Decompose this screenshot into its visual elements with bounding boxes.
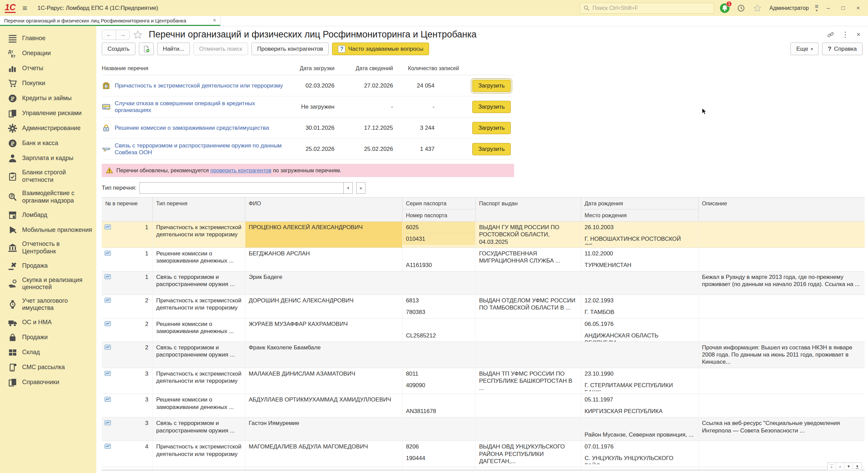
sidebar-item-handcoin[interactable]: Скупка и реализация ценностей (0, 273, 96, 294)
cell-type[interactable]: Связь с терроризмом и распространением о… (153, 417, 245, 441)
combo-dropdown-icon[interactable]: ▾ (343, 183, 353, 193)
record-row[interactable]: 3Решение комиссии о замораживании денежн… (102, 394, 865, 417)
cell-description[interactable] (699, 368, 865, 394)
cell-description[interactable]: Прочая информация: Вышел из состава НКЗН… (699, 342, 865, 368)
main-menu-icon[interactable]: ≡ (20, 4, 29, 12)
sidebar-item-chart[interactable]: Отчеты (0, 61, 96, 76)
cell-passport[interactable] (403, 342, 476, 368)
cell-type[interactable]: Связь с терроризмом и распространением о… (153, 271, 245, 295)
cell-birth[interactable]: 07.01.1976С. УНЦУКУЛЬ УНЦУКУЛЬСКОГО РАЙО… (581, 441, 699, 467)
cell-passport[interactable] (403, 271, 476, 295)
record-row[interactable]: 1Причастность к экстремистской деятельно… (102, 222, 865, 248)
load-button[interactable]: Загрузить (472, 80, 511, 92)
cell-issued[interactable]: ВЫДАН ТП УФМС РОССИИ ПО РЕСПУБЛИКЕ БАШКО… (476, 368, 581, 394)
tab-perechni[interactable]: Перечни организаций и физических лиц Рос… (0, 16, 220, 26)
lists-row[interactable]: Связь с терроризмом и распространением о… (102, 139, 514, 160)
cell-issued[interactable] (476, 467, 581, 470)
maximize-button[interactable]: □ (838, 5, 848, 12)
cancel-search-button[interactable]: Отменить поиск (193, 43, 248, 55)
sidebar-item-dtkt[interactable]: Операции (0, 46, 96, 61)
cell-issued[interactable]: ГОСУДАРСТВЕННАЯ МИГРАЦИОННАЯ СЛУЖБА ... (476, 248, 581, 271)
cell-fio[interactable]: ЖУРАЕВ МУЗАФФАР КАХРАМОВИЧ (245, 318, 403, 342)
cell-issued[interactable] (476, 318, 581, 342)
sidebar-item-cart[interactable]: Покупки (0, 76, 96, 91)
cell-num[interactable]: 3 (102, 417, 153, 441)
faq-button[interactable]: ? Часто задаваемые вопросы (332, 43, 429, 55)
record-row[interactable]: 2Связь с терроризмом и распространением … (102, 342, 865, 368)
load-button[interactable]: Загрузить (472, 143, 511, 155)
cell-type[interactable]: Решение комиссии о замораживании денежны… (153, 248, 245, 271)
cell-issued[interactable]: ВЫДАН ОТДЕЛОМ УФМС РОССИИ ПО ТАМБОВСКОЙ … (476, 295, 581, 318)
list-type-input[interactable] (140, 183, 343, 193)
scroll-down-button[interactable]: ▼ (845, 463, 853, 470)
link-icon[interactable] (827, 31, 834, 38)
cell-type[interactable]: Причастность к экстремистской деятельнос… (153, 222, 245, 248)
cell-passport[interactable]: AN3811678 (403, 394, 476, 417)
cell-num[interactable]: 4 (102, 467, 153, 470)
cell-num[interactable]: 2 (102, 342, 153, 368)
cell-passport[interactable] (403, 467, 476, 470)
filter-clear-button[interactable]: × (356, 182, 365, 194)
sidebar-item-gavel[interactable]: Продажа (0, 258, 96, 273)
tab-close-icon[interactable]: × (213, 17, 216, 23)
list-name-link[interactable]: Случаи отказа в совершении операций в кр… (115, 100, 285, 114)
scroll-to-top-button[interactable]: ▲ (828, 463, 836, 470)
cell-passport[interactable] (403, 417, 476, 441)
record-row[interactable]: 2Причастность к экстремистской деятельно… (102, 295, 865, 318)
cell-birth[interactable] (581, 271, 699, 295)
sidebar-item-bank[interactable]: Отчетность в Центробанк (0, 237, 96, 258)
cell-issued[interactable] (476, 417, 581, 441)
cell-birth[interactable]: Район Мусанзе, Северная провинция, ... (581, 417, 699, 441)
record-row[interactable]: 3Причастность к экстремистской деятельно… (102, 368, 865, 394)
search-input[interactable] (592, 5, 710, 11)
cell-birth[interactable]: 23.10.1990Г. СТЕРЛИТАМАК РЕСПУБЛИКИ БАШК… (581, 368, 699, 394)
list-type-combobox[interactable]: ▾ (139, 182, 353, 194)
sidebar-item-store[interactable]: Ломбард (0, 207, 96, 222)
cell-type[interactable]: Связь с терроризмом и распространением о… (153, 342, 245, 368)
cell-birth[interactable]: 11.02.2000ТУРКМЕНИСТАН (581, 248, 699, 271)
cell-passport[interactable]: 8206190444 (403, 441, 476, 467)
cell-description[interactable] (699, 222, 865, 248)
scroll-up-button[interactable]: ▲ (836, 463, 845, 470)
cell-fio[interactable]: Франк Каколепе Бвамбале (245, 342, 403, 368)
cell-issued[interactable]: ВЫДАН ГУ МВД РОССИИ ПО РОСТОВСКОЙ ОБЛАСТ… (476, 222, 581, 248)
cell-fio[interactable]: МИРВАЛИЕВ МУХАММАД МУРОДМАМАДОВИЧ (245, 467, 403, 470)
cell-fio[interactable]: АБДУЛЛАЕВ ОРТИКМУХАММАД ХАМИДУЛЛОЕВИЧ (245, 394, 403, 417)
sidebar-item-books[interactable]: Справочники (0, 375, 96, 390)
sidebar-item-grid[interactable]: Склад (0, 345, 96, 360)
cell-description[interactable]: Бежал в Руанду в марте 2013 года, где по… (699, 271, 865, 295)
cell-description[interactable] (699, 318, 865, 342)
cell-num[interactable]: 1 (102, 248, 153, 271)
sidebar-item-menu[interactable]: Главное (0, 31, 96, 46)
cell-fio[interactable]: БЕГДЖАНОВ АРСЛАН (245, 248, 403, 271)
cell-issued[interactable] (476, 394, 581, 417)
cell-num[interactable]: 2 (102, 318, 153, 342)
cell-passport[interactable]: 6025010431 (403, 222, 476, 248)
cell-fio[interactable]: Гастон Иямуремие (245, 417, 403, 441)
cell-birth[interactable] (581, 342, 699, 368)
cell-issued[interactable] (476, 342, 581, 368)
lists-row[interactable]: Решение комиссии о замораживании средств… (102, 117, 514, 139)
sidebar-item-ruble[interactable]: Банк и касса (0, 136, 96, 151)
lists-row[interactable]: Случаи отказа в совершении операций в кр… (102, 96, 514, 117)
cell-num[interactable]: 2 (102, 295, 153, 318)
check-counterparties-link[interactable]: проверить контрагентов (210, 168, 271, 173)
cell-description[interactable] (699, 295, 865, 318)
scroll-to-bottom-button[interactable]: ▼ (853, 463, 862, 470)
cell-num[interactable]: 1 (102, 271, 153, 295)
cell-issued[interactable]: ВЫДАН ОВД УНЦУКУЛЬСКОГО РАЙОНА РЕСПУБЛИК… (476, 441, 581, 467)
cell-passport[interactable]: 6813780383 (403, 295, 476, 318)
cell-issued[interactable] (476, 271, 581, 295)
sidebar-item-phone[interactable]: СМС рассылка (0, 360, 96, 375)
cell-type[interactable]: Решение комиссии о замораживании денежны… (153, 394, 245, 417)
global-search[interactable] (580, 3, 714, 14)
cell-type[interactable]: Р... (153, 467, 245, 470)
sidebar-item-play[interactable]: Мобильные приложения (0, 222, 96, 237)
sidebar-item-person[interactable]: Зарплата и кадры (0, 151, 96, 166)
record-row[interactable]: 2Решение комиссии о замораживании денежн… (102, 318, 865, 342)
sidebar-item-bag[interactable]: Продажи (0, 330, 96, 345)
cell-fio[interactable]: ДОРОШИН ДЕНИС АЛЕКСАНДРОВИЧ (245, 295, 403, 318)
cell-birth[interactable]: 26.10.2003Г. НОВОШАХТИНСК РОСТОВСКОЙ ОБ.… (581, 222, 699, 248)
user-menu-button[interactable]: ≡▾ (815, 4, 819, 12)
sidebar-item-ruble[interactable]: Кредиты и займы (0, 91, 96, 106)
